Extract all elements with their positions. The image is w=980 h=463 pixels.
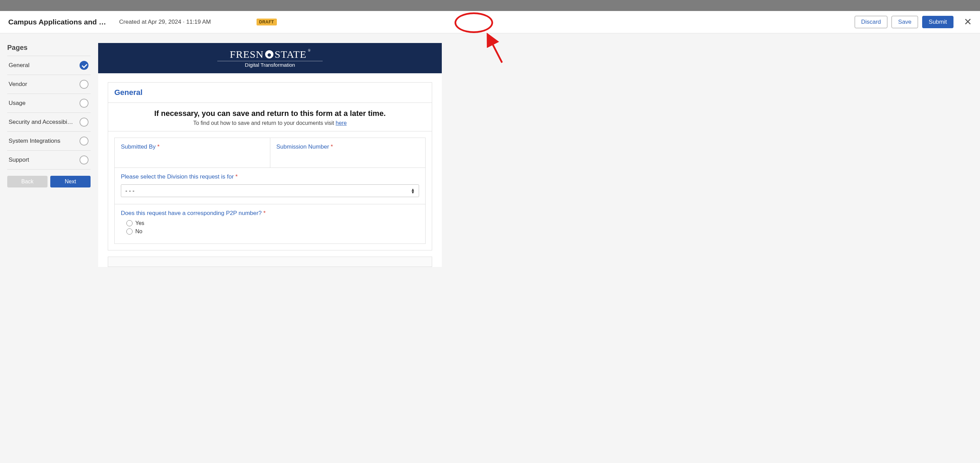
p2p-question-label: Does this request have a corresponding P… [121, 210, 419, 217]
sidebar-item-label: Security and Accessibi… [9, 119, 73, 125]
close-icon: ✕ [964, 16, 972, 27]
division-select[interactable]: - - - [121, 184, 419, 197]
org-logo: FRESN STATE ® [230, 49, 310, 60]
header-bar: Campus Applications and Classifi… Create… [0, 11, 980, 33]
trademark-symbol: ® [308, 49, 311, 52]
sidebar-item-label: Usage [9, 100, 25, 107]
document-title: Campus Applications and Classifi… [8, 18, 108, 26]
paw-icon [265, 50, 274, 59]
submitted-by-label: Submitted By * [121, 143, 264, 150]
sidebar-item-usage[interactable]: Usage [7, 94, 91, 113]
discard-button[interactable]: Discard [855, 16, 888, 28]
pages-sidebar: Pages General Vendor Usage Security and … [0, 33, 91, 187]
save-instruction-heading: If necessary, you can save and return to… [115, 109, 425, 118]
empty-circle-icon [80, 155, 89, 165]
p2p-radio-no[interactable]: No [126, 228, 419, 235]
status-badge-draft: DRAFT [256, 19, 277, 25]
sidebar-item-label: System Integrations [9, 138, 60, 144]
next-section-card [108, 257, 432, 267]
radio-input-no[interactable] [126, 228, 132, 235]
help-link-here[interactable]: here [336, 120, 347, 126]
save-instruction-sub: To find out how to save and return to yo… [115, 120, 425, 126]
sidebar-item-label: General [9, 62, 29, 69]
form-container: FRESN STATE ® Digital Transformation Gen… [98, 43, 442, 267]
empty-circle-icon [80, 117, 89, 127]
division-label: Please select the Division this request … [121, 173, 419, 180]
p2p-radio-yes[interactable]: Yes [126, 220, 419, 226]
submit-button[interactable]: Submit [922, 16, 953, 28]
close-button[interactable]: ✕ [964, 17, 972, 27]
sidebar-item-label: Support [9, 157, 29, 163]
overlay-backdrop-bar [0, 0, 980, 11]
sidebar-item-general[interactable]: General [7, 56, 91, 75]
radio-label-yes: Yes [135, 220, 144, 226]
save-button[interactable]: Save [891, 16, 918, 28]
sidebar-item-label: Vendor [9, 81, 27, 88]
created-timestamp: Created at Apr 29, 2024 · 11:19 AM [119, 19, 211, 25]
check-circle-icon [80, 61, 89, 70]
sidebar-heading: Pages [7, 44, 91, 56]
org-subtitle: Digital Transformation [217, 61, 323, 68]
sidebar-item-security[interactable]: Security and Accessibi… [7, 113, 91, 132]
radio-label-no: No [135, 228, 142, 235]
sidebar-item-vendor[interactable]: Vendor [7, 75, 91, 94]
logo-text-left: FRESN [230, 49, 263, 60]
submitted-by-input[interactable] [121, 150, 264, 159]
next-button[interactable]: Next [50, 176, 91, 187]
org-banner: FRESN STATE ® Digital Transformation [98, 43, 442, 73]
sidebar-item-support[interactable]: Support [7, 151, 91, 170]
empty-circle-icon [80, 80, 89, 89]
instr-sub-text: To find out how to save and return to yo… [193, 120, 336, 126]
logo-text-right: STATE [275, 49, 307, 60]
submission-number-label: Submission Number * [277, 143, 419, 150]
section-title-general: General [108, 82, 432, 103]
empty-circle-icon [80, 136, 89, 146]
radio-input-yes[interactable] [126, 220, 132, 226]
empty-circle-icon [80, 99, 89, 108]
sidebar-item-system-integrations[interactable]: System Integrations [7, 132, 91, 151]
back-button: Back [7, 176, 48, 187]
